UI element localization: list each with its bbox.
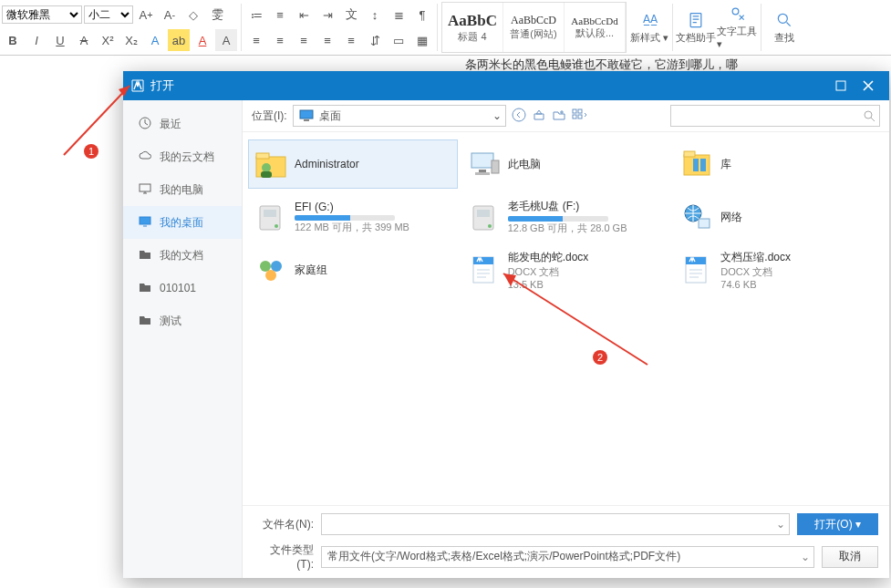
doc-helper-button[interactable]: 文档助手 [675,0,717,55]
monitor-icon [299,109,314,122]
file-item[interactable]: 文档压缩.docxDOCX 文档74.6 KB [674,245,884,294]
sidebar-item-cloud[interactable]: 我的云文档 [123,140,242,173]
close-button[interactable] [855,71,882,100]
char-shading-button[interactable]: A [215,29,237,51]
find-button[interactable]: 查找 [763,0,805,55]
svg-rect-35 [699,219,710,228]
numbering-button[interactable]: ≡ [269,4,291,26]
svg-point-33 [488,224,492,228]
filename-label: 文件名(N): [254,517,314,532]
svg-point-10 [513,108,525,121]
file-list: Administrator此电脑库EFI (G:)122 MB 可用，共 399… [243,132,889,505]
superscript-button[interactable]: X² [97,29,119,51]
line-spacing-button[interactable]: ≣ [388,4,409,26]
bullets-button[interactable]: ≔ [245,4,267,26]
desktop-icon [138,214,152,232]
svg-rect-26 [693,159,699,171]
cancel-button[interactable]: 取消 [822,546,878,568]
search-icon [863,109,875,122]
bold-button[interactable]: B [2,29,24,51]
subscript-button[interactable]: X₂ [120,29,142,51]
phonetic-icon[interactable]: 雯 [206,4,228,26]
text-direction-button[interactable]: 文 [340,4,362,26]
svg-rect-21 [479,170,486,172]
svg-rect-9 [304,119,309,121]
file-item[interactable]: 库 [674,139,884,189]
file-item[interactable]: Administrator [248,139,458,189]
back-icon[interactable] [512,108,526,125]
net-icon [680,201,713,233]
filename-combo[interactable]: ⌄ [321,513,790,535]
file-item[interactable]: 家庭组 [248,245,458,294]
svg-rect-11 [573,109,576,113]
search-box[interactable] [670,105,880,127]
dialog-title: 打开 [150,77,174,94]
align-center-button[interactable]: ≡ [269,29,291,51]
decrease-indent-button[interactable]: ⇤ [293,4,315,26]
homegroup-icon [254,253,287,286]
pc-icon [138,181,152,199]
new-folder-icon[interactable] [552,108,566,125]
sidebar-item-recent[interactable]: 最近 [123,108,242,140]
underline-button[interactable]: U [49,29,71,51]
folder-user-icon [254,148,287,181]
clear-format-icon[interactable]: ◇ [182,4,204,26]
maximize-button[interactable] [827,71,855,100]
svg-point-15 [865,111,872,119]
sidebar-item-f010101[interactable]: 010101 [123,272,242,304]
svg-text:A̲A̲: A̲A̲ [643,13,658,26]
italic-button[interactable]: I [26,29,47,51]
increase-indent-button[interactable]: ⇥ [316,4,338,26]
file-item[interactable]: 老毛桃U盘 (F:)12.8 GB 可用，共 28.0 GB [461,192,671,242]
sort-button[interactable]: ↕ [364,4,386,26]
sidebar-item-desktop[interactable]: 我的桌面 [123,206,242,239]
font-name-select[interactable]: 微软雅黑 [2,5,82,24]
para-spacing-button[interactable]: ⇵ [364,29,386,51]
view-mode-icon[interactable] [572,108,588,125]
strike-button[interactable]: A [73,29,95,51]
align-right-button[interactable]: ≡ [293,29,315,51]
grow-font-icon[interactable]: A+ [135,4,157,26]
style-item-3[interactable]: AaBbCcDd默认段... [565,3,626,52]
dialog-footer: 文件名(N): ⌄ 打开(O) ▾ 文件类型(T): 常用文件(文字/Word格… [243,505,889,578]
file-item[interactable]: 此电脑 [461,139,671,189]
distribute-button[interactable]: ≡ [340,29,362,51]
align-justify-button[interactable]: ≡ [316,29,338,51]
svg-rect-23 [492,160,499,173]
sidebar-item-test[interactable]: 测试 [123,304,242,337]
shrink-font-icon[interactable]: A- [159,4,181,26]
font-size-select[interactable]: 小二 [84,5,133,24]
font-color-button[interactable]: A [192,29,213,51]
location-select[interactable]: 桌面 ⌄ [293,105,506,127]
up-icon[interactable] [532,108,546,125]
align-left-button[interactable]: ≡ [245,29,267,51]
show-marks-button[interactable]: ¶ [411,4,433,26]
dialog-sidebar: 最近我的云文档我的电脑我的桌面我的文档010101测试 [123,100,243,578]
ribbon: 微软雅黑 小二 A+ A- ◇ 雯 B I U A X² X₂ A ab A A [0,0,891,56]
highlight-button[interactable]: ab [168,29,190,51]
borders-button[interactable]: ▦ [411,29,433,51]
file-item[interactable]: 网络 [674,192,884,242]
shading-button[interactable]: ▭ [388,29,409,51]
file-item[interactable]: EFI (G:)122 MB 可用，共 399 MB [248,192,458,242]
open-dialog: 打开 最近我的云文档我的电脑我的桌面我的文档010101测试 位置(I): 桌面… [123,71,889,578]
sidebar-item-pc[interactable]: 我的电脑 [123,173,242,206]
svg-point-18 [262,163,271,172]
svg-rect-4 [836,81,845,90]
svg-rect-13 [573,115,576,119]
svg-rect-14 [578,115,582,119]
text-tools-button[interactable]: 文字工具 ▾ [717,0,759,55]
file-item[interactable]: 能发电的蛇.docxDOCX 文档13.5 KB [461,245,671,294]
search-input[interactable] [675,108,863,123]
svg-point-38 [265,270,276,281]
filetype-combo[interactable]: 常用文件(文字/Word格式;表格/Excel格式;演示/PowerPoint格… [321,546,814,568]
style-item-2[interactable]: AaBbCcD普通(网站) [503,3,565,52]
style-item-1[interactable]: AaBbC标题 4 [442,3,503,52]
styles-gallery[interactable]: AaBbC标题 4 AaBbCcD普通(网站) AaBbCcDd默认段... [441,2,627,53]
svg-rect-6 [140,184,150,191]
open-button[interactable]: 打开(O) ▾ [797,513,878,535]
new-style-button[interactable]: A̲A̲新样式 ▾ [628,0,670,55]
sidebar-item-docs[interactable]: 我的文档 [123,239,242,272]
svg-line-43 [64,86,130,155]
text-effects-button[interactable]: A [144,29,166,51]
